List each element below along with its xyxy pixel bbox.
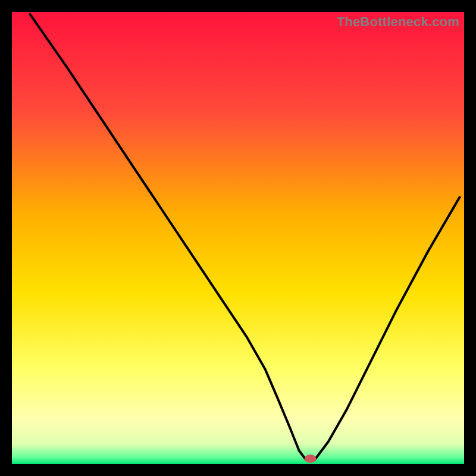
bottleneck-chart [12, 12, 464, 464]
watermark-label: TheBottleneck.com [337, 14, 459, 30]
plot-frame: TheBottleneck.com [12, 12, 464, 464]
optimal-marker [305, 455, 317, 463]
gradient-background [12, 12, 464, 464]
